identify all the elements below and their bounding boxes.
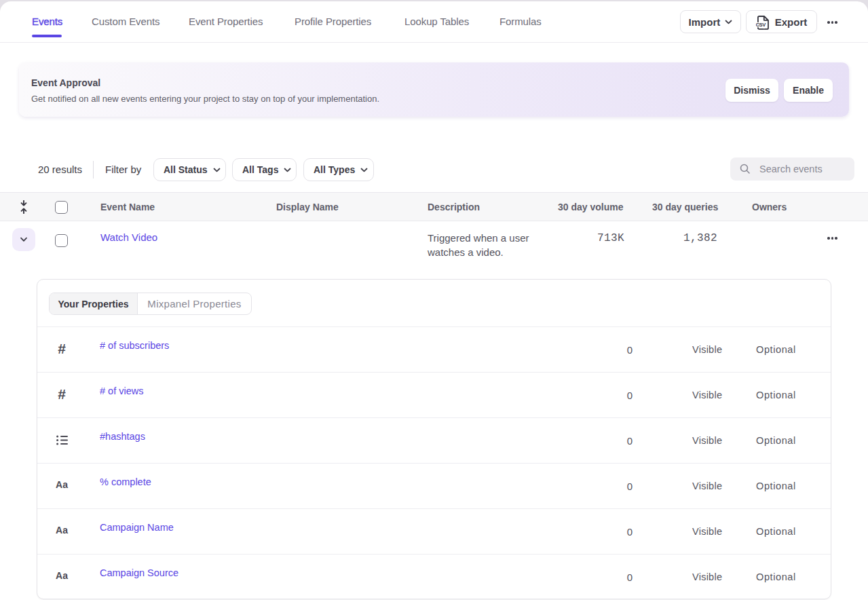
svg-text:CSV: CSV [756, 22, 766, 28]
